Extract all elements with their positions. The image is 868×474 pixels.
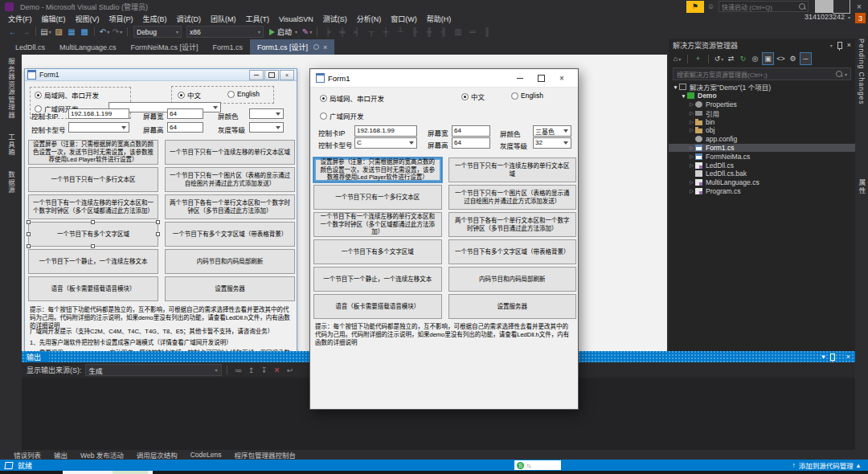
bottom-tab-codelens[interactable]: CodeLens — [190, 451, 222, 459]
visualsvn-flag-button[interactable]: ⚑ — [686, 1, 704, 13]
start-debug-button[interactable]: 启动▾ — [269, 27, 297, 37]
bottom-tab-错误列表[interactable]: 错误列表 — [14, 450, 41, 460]
chevron-down-icon[interactable]: ▾ — [830, 43, 833, 48]
show-all-files-icon[interactable]: ▣ — [762, 52, 774, 65]
lan-radio[interactable]: 局域网、串口开发 — [35, 90, 99, 100]
menu-item-v[interactable]: 视图(V) — [71, 14, 104, 24]
navigate-forward-icon[interactable]: → — [20, 26, 31, 38]
save-icon[interactable]: ▦ — [66, 26, 77, 38]
expander-icon[interactable]: ▷ — [688, 145, 695, 151]
restore-button[interactable] — [833, 0, 850, 13]
form-button-1[interactable]: 设置屏参（注意：只需根据屏的宽高点数的颜色设置一次，发送节目时无需设置，该参数推… — [28, 140, 158, 165]
notifications-badge[interactable]: 3 — [855, 13, 866, 23]
expander-icon[interactable]: ▼ — [672, 84, 679, 90]
add-to-source-control-button[interactable]: 添加到源代码管理 — [799, 460, 854, 470]
menu-item-t[interactable]: 工具(T) — [241, 14, 275, 24]
expander-icon[interactable]: ▷ — [688, 119, 695, 125]
save-all-icon[interactable]: ▩ — [79, 26, 90, 38]
tree-item-leddll.cs[interactable]: ▷LedDll.cs — [669, 161, 855, 170]
form-close-button[interactable]: × — [280, 70, 294, 80]
form-button-2[interactable]: 一个节目下只有一个连续左移的单行文本区域 — [448, 157, 577, 182]
form-button-7[interactable]: 一个节目下有多个文字区域 — [28, 222, 158, 247]
undo-icon[interactable]: ↶▾ — [99, 26, 110, 38]
screen-width-input[interactable]: 64 — [167, 108, 203, 119]
selection-handle[interactable] — [27, 232, 31, 236]
form-button-10[interactable]: 内码节目和内码局部刷新 — [448, 267, 577, 292]
form-maximize-button[interactable] — [264, 70, 279, 80]
right-tab-属性[interactable]: 属性 — [857, 179, 866, 194]
left-tab-数据源[interactable]: 数据源 — [6, 171, 16, 194]
english-radio[interactable]: English — [511, 92, 543, 100]
menu-item-p[interactable]: 项目(P) — [104, 14, 138, 24]
form-minimize-button[interactable] — [249, 70, 264, 80]
gray-level-dropdown[interactable]: 32 — [533, 137, 571, 149]
selection-handle[interactable] — [91, 220, 95, 224]
tree-item-properties[interactable]: ▷Properties — [669, 100, 855, 109]
form-button-5[interactable]: 一个节目下有一个连续左移的单行文本区和一个数字时钟区（多个区域都通过此方法添加） — [313, 212, 442, 237]
form-button-4[interactable]: 一个节目下只有一个图片区（表格的显示通过自绘图片并通过此方式添加发送） — [448, 185, 577, 210]
expander-icon[interactable]: ▷ — [688, 153, 695, 160]
taskbar-item[interactable] — [113, 471, 148, 474]
lan-radio[interactable]: 局域网、串口开发 — [320, 93, 384, 103]
tree-item-app.config[interactable]: app.config — [669, 135, 855, 144]
form-button-3[interactable]: 一个节目下只有一个多行文本区 — [313, 185, 442, 210]
menu-item-n[interactable]: 分析(N) — [352, 14, 387, 24]
form-button-8[interactable]: 一个节目下有多个文字区域（带表格背景） — [165, 222, 295, 247]
add-item-icon[interactable]: + — [693, 53, 703, 64]
ip-input[interactable]: 192.168.1.99 — [354, 125, 417, 137]
screen-width-input[interactable]: 64 — [452, 125, 490, 137]
expander-icon[interactable]: ▷ — [688, 127, 695, 133]
form-button-5[interactable]: 一个节目下有一个连续左移的单行文本区和一个数字时钟区（多个区域都通过此方法添加） — [28, 194, 158, 219]
expander-icon[interactable]: ▷ — [688, 110, 695, 116]
bottom-tab-程序包管理器控制台[interactable]: 程序包管理器控制台 — [235, 450, 297, 460]
doc-tab-multilanguage-cs[interactable]: MultiLanguage.cs — [52, 39, 124, 55]
screen-height-input[interactable]: 64 — [167, 122, 203, 133]
menu-item-d[interactable]: 调试(D) — [172, 14, 207, 24]
selection-handle[interactable] — [27, 220, 31, 224]
new-file-icon[interactable]: ▤▾ — [40, 26, 51, 38]
view-code-icon[interactable]: <> — [776, 53, 786, 64]
left-tab-服务器资源管理器[interactable]: 服务器资源管理器 — [6, 58, 16, 119]
form-button-12[interactable]: 设置服务器 — [448, 294, 577, 319]
solution-configurations-dropdown[interactable]: Debug▾ — [133, 26, 182, 38]
form-button-10[interactable]: 内码节目和内码局部刷新 — [165, 249, 295, 274]
gray-level-dropdown[interactable] — [249, 122, 284, 133]
redo-icon[interactable]: ↷▾ — [112, 26, 123, 38]
form-button-12[interactable]: 设置服务器 — [165, 276, 295, 301]
menu-item-e[interactable]: 编辑(E) — [37, 14, 71, 24]
pin-icon[interactable] — [830, 353, 835, 361]
selection-handle[interactable] — [156, 232, 160, 236]
form-button-8[interactable]: 一个节目下有多个文字区域（带表格背景） — [448, 239, 577, 264]
form-button-11[interactable]: 语音（板卡需要搭载语音模块） — [313, 294, 442, 319]
quick-launch-pen-icon[interactable]: ✎▾ — [301, 26, 313, 38]
tree-item-obj[interactable]: ▷obj — [669, 126, 855, 135]
preview-selected-items-icon[interactable]: ─ — [800, 52, 812, 65]
form-button-3[interactable]: 一个节目下只有一个多行文本区 — [28, 167, 158, 192]
form-button-1[interactable]: 设置屏参（注意：只需根据屏的宽高点数的颜色设置一次，发送节目时无需设置，该参数推… — [313, 157, 442, 182]
english-radio[interactable]: English — [227, 90, 260, 98]
navigate-backward-icon[interactable]: ← — [7, 26, 18, 38]
tree-item-bin[interactable]: ▷bin — [669, 117, 855, 126]
bottom-tab-输出[interactable]: 输出 — [54, 450, 68, 460]
sync-with-active-document-icon[interactable]: ⇄ — [726, 53, 736, 64]
selection-handle[interactable] — [156, 220, 160, 224]
quick-launch-input[interactable]: 快速启动 (Ctrl+Q) — [719, 1, 809, 12]
left-tab-工具箱[interactable]: 工具箱 — [6, 133, 16, 157]
form-button-6[interactable]: 两个节目下各有一个单行文本区和一个数字时钟区（多节目通过此方法添加） — [448, 212, 577, 237]
doc-tab-form1-cs-[interactable]: Form1.cs [设计]× — [250, 39, 334, 55]
expander-icon[interactable]: ▷ — [688, 179, 695, 186]
menu-item-b[interactable]: 生成(B) — [138, 14, 172, 24]
tree-item--[interactable]: ▷引用 — [669, 108, 855, 117]
expander-icon[interactable]: ▷ — [688, 162, 695, 169]
model-dropdown[interactable]: C — [354, 137, 417, 149]
expander-icon[interactable]: ▷ — [688, 188, 695, 194]
clear-all-icon[interactable]: ✕ — [272, 365, 283, 376]
menu-item-visualsvn[interactable]: VisualSVN — [274, 15, 318, 23]
doc-tab-formneima-cs-[interactable]: FormNeiMa.cs [设计] — [124, 39, 206, 55]
output-source-dropdown[interactable]: 生成 ▾ — [85, 364, 222, 376]
form-button-6[interactable]: 两个节目下各有一个单行文本区和一个数字时钟区（多节目通过此方法添加） — [165, 194, 295, 219]
close-button[interactable]: × — [850, 0, 868, 13]
menu-item-h[interactable]: 帮助(H) — [422, 14, 457, 24]
feedback-icon[interactable]: ☺ — [707, 2, 714, 10]
form-button-11[interactable]: 语音（板卡需要搭载语音模块） — [28, 276, 158, 301]
